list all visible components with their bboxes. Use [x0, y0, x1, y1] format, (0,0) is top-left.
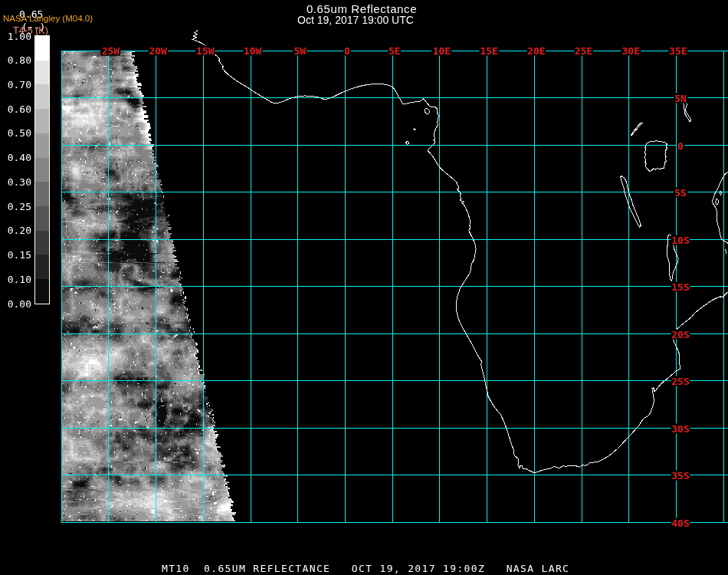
footer-caption: MT10 0.65UM REFLECTANCE OCT 19, 2017 19:…	[162, 563, 569, 574]
colorbar-band	[35, 61, 49, 85]
island-outline	[425, 109, 430, 115]
colorbar-tick-label: 0.80	[0, 55, 31, 65]
colorbar-tick-label: 0.20	[0, 225, 31, 235]
longitude-label: 30E	[621, 46, 641, 56]
colorbar-tick-label: 0.30	[0, 177, 31, 187]
coastline	[192, 31, 728, 473]
coastline	[725, 249, 726, 254]
longitude-label: 5E	[388, 46, 402, 56]
source-label: NASA Langley (M04.0)	[3, 14, 93, 23]
lake-outline	[621, 176, 641, 227]
longitude-label: 10E	[432, 46, 451, 56]
colorbar-tick-label: 0.25	[0, 202, 31, 212]
longitude-label: 20E	[526, 46, 546, 56]
map-overlay	[0, 0, 728, 575]
colorbar-tick-label: 0.70	[0, 80, 31, 90]
island-outline	[716, 199, 719, 205]
colorbar-band	[35, 255, 49, 279]
latitude-label: 35S	[671, 470, 690, 480]
latitude-label: 5N	[674, 93, 687, 103]
longitude-label: 25E	[574, 46, 593, 56]
latitude-label: 10S	[671, 235, 690, 245]
latitude-label: 30S	[671, 423, 690, 433]
satellite-product-page: 0.65um Reflectance Oct 19, 2017 19:00 UT…	[0, 0, 728, 575]
longitude-label: 5W	[293, 46, 307, 56]
colorbar-tick-label: 0.60	[0, 104, 31, 114]
longitude-label: 10W	[243, 46, 262, 56]
latitude-label: 25S	[671, 376, 690, 386]
colorbar-band	[35, 279, 49, 304]
longitude-label: 35E	[668, 46, 687, 56]
latitude-label: 20S	[671, 329, 690, 339]
lake-outline	[684, 102, 691, 122]
colorbar-band	[35, 206, 49, 231]
page-subtitle: Oct 19, 2017 19:00 UTC	[297, 14, 414, 26]
colorbar-band	[35, 84, 49, 109]
colorbar-tick-label: 1.00	[0, 31, 31, 41]
colorbar-band	[35, 109, 49, 133]
latitude-label: 5S	[674, 187, 687, 197]
longitude-label: 0	[343, 46, 351, 56]
lake-outline	[631, 123, 642, 135]
latitude-label: 40S	[671, 518, 690, 527]
colorbar-band	[35, 133, 49, 158]
longitude-label: 20W	[148, 46, 167, 56]
colorbar-band	[35, 182, 49, 206]
colorbar-tick-label: 0.00	[0, 299, 31, 309]
longitude-label: 15W	[195, 46, 215, 56]
longitude-label: 15E	[479, 46, 498, 56]
coastline	[713, 172, 728, 244]
colorbar-tick-label: 0.40	[0, 153, 31, 163]
colorbar-band	[35, 158, 49, 182]
latitude-label: 15S	[671, 281, 690, 291]
colorbar-band	[35, 36, 49, 61]
island-outline	[414, 129, 416, 131]
colorbar	[34, 35, 50, 304]
colorbar-band	[35, 231, 49, 255]
colorbar-tick-label: 0.15	[0, 250, 31, 260]
longitude-label: 25W	[101, 46, 120, 56]
island-outline	[406, 141, 409, 145]
colorbar-tick-label: 0.10	[0, 274, 31, 284]
latitude-label: 0	[677, 140, 684, 150]
colorbar-tick-label: 0.50	[0, 128, 31, 138]
